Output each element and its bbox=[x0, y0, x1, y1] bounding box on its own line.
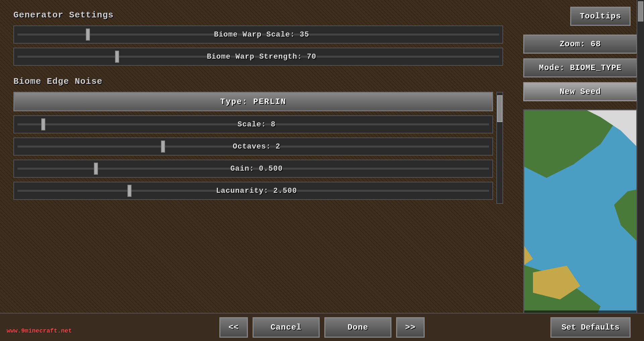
slider-thumb[interactable] bbox=[127, 185, 131, 197]
vertical-scrollbar[interactable] bbox=[496, 92, 503, 204]
slider-track bbox=[17, 123, 489, 125]
new-seed-label: New Seed bbox=[559, 87, 601, 96]
scale-slider[interactable]: Scale: 8 bbox=[13, 115, 493, 133]
zoom-button[interactable]: Zoom: 68 bbox=[523, 35, 637, 54]
biome-warp-strength-slider[interactable]: Biome Warp Strength: 70 bbox=[13, 48, 503, 66]
slider-track bbox=[17, 190, 489, 192]
slider-track bbox=[17, 168, 489, 170]
map-preview: Area: 8448x8448 Terrain: dales-badlands … bbox=[523, 109, 637, 341]
scrollbar-area: Type: PERLIN Scale: 8 Octaves: 2 bbox=[13, 92, 503, 204]
slider-thumb[interactable] bbox=[115, 51, 119, 63]
generator-settings-title: Generator Settings bbox=[13, 10, 503, 20]
right-panel: Tooltips Zoom: 68 Mode: BIOME_TYPE New S… bbox=[517, 0, 644, 341]
prev-label: << bbox=[228, 323, 239, 332]
tooltips-area: Tooltips bbox=[517, 7, 631, 26]
set-defaults-label: Set Defaults bbox=[561, 323, 620, 332]
type-label: Type: PERLIN bbox=[220, 97, 286, 106]
slider-thumb[interactable] bbox=[94, 163, 98, 175]
watermark: www.9minecraft.net bbox=[7, 328, 72, 334]
type-perlin-button[interactable]: Type: PERLIN bbox=[13, 92, 493, 111]
tooltips-label: Tooltips bbox=[580, 12, 621, 21]
left-panel: Generator Settings Biome Warp Scale: 35 … bbox=[0, 0, 517, 341]
slider-track bbox=[17, 146, 489, 148]
done-label: Done bbox=[347, 323, 368, 332]
main-scrollbar-thumb[interactable] bbox=[638, 1, 643, 21]
set-defaults-button[interactable]: Set Defaults bbox=[550, 317, 631, 338]
next-label: >> bbox=[405, 323, 416, 332]
slider-thumb[interactable] bbox=[41, 118, 45, 130]
bottom-bar: << Cancel Done >> Set Defaults bbox=[0, 313, 644, 341]
biome-edge-noise-section: Biome Edge Noise Type: PERLIN Scale: 8 bbox=[13, 76, 503, 204]
main-container: Generator Settings Biome Warp Scale: 35 … bbox=[0, 0, 644, 341]
biome-warp-scale-slider[interactable]: Biome Warp Scale: 35 bbox=[13, 25, 503, 44]
gain-slider[interactable]: Gain: 0.500 bbox=[13, 160, 493, 178]
slider-thumb[interactable] bbox=[86, 29, 90, 41]
slider-track bbox=[17, 56, 499, 58]
lacunarity-slider[interactable]: Lacunarity: 2.500 bbox=[13, 182, 493, 200]
map-svg bbox=[524, 110, 636, 340]
zoom-label: Zoom: 68 bbox=[559, 40, 601, 49]
slider-thumb[interactable] bbox=[161, 140, 165, 153]
tooltips-button[interactable]: Tooltips bbox=[570, 7, 631, 26]
mode-label: Mode: BIOME_TYPE bbox=[539, 63, 622, 72]
main-scrollbar[interactable] bbox=[637, 0, 644, 313]
done-button[interactable]: Done bbox=[324, 317, 391, 338]
cancel-label: Cancel bbox=[271, 323, 302, 332]
sliders-container: Type: PERLIN Scale: 8 Octaves: 2 bbox=[13, 92, 493, 204]
biome-edge-noise-title: Biome Edge Noise bbox=[13, 76, 503, 87]
cancel-button[interactable]: Cancel bbox=[253, 317, 320, 338]
new-seed-button[interactable]: New Seed bbox=[523, 82, 637, 101]
prev-button[interactable]: << bbox=[219, 317, 248, 338]
mode-button[interactable]: Mode: BIOME_TYPE bbox=[523, 58, 637, 77]
next-button[interactable]: >> bbox=[396, 317, 425, 338]
octaves-slider[interactable]: Octaves: 2 bbox=[13, 137, 493, 156]
scrollbar-thumb[interactable] bbox=[497, 95, 502, 122]
